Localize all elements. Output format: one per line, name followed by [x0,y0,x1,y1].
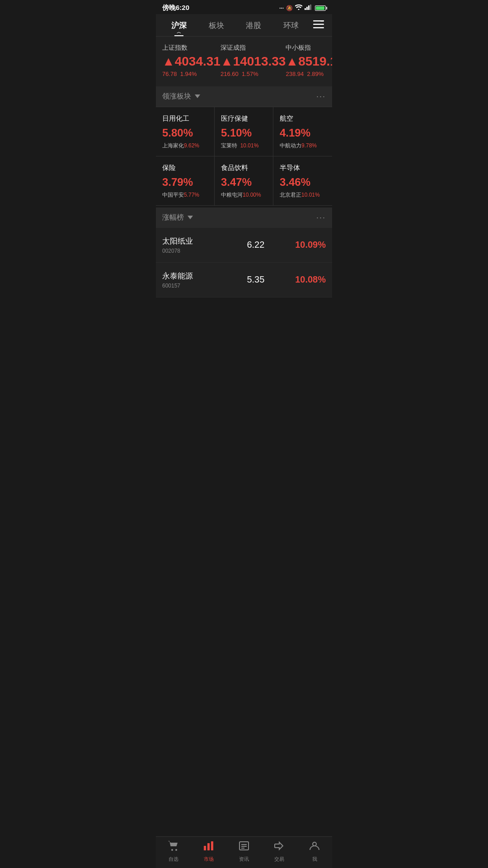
rise-price-col-0: 6.22 [232,240,279,250]
rise-pct-col-0: 10.09% [279,240,326,250]
sector-name-2: 航空 [280,114,326,123]
chevron-down-icon [195,94,200,98]
index-shenzhen-name: 深证成指 [221,44,286,52]
sector-name-1: 医疗保健 [221,114,267,123]
sector-more-icon[interactable]: ··· [316,92,326,101]
rise-pct-1: 10.08% [279,274,326,285]
index-smallcap: 中小板指 ▲8519.19 238.94 2.89% [286,44,332,77]
sector-sub-1: 宝莱特 10.01% [221,142,267,150]
rise-arrow: ▲ [162,54,175,68]
sector-sub-3: 中国平安5.77% [162,191,208,199]
index-smallcap-change: 238.94 2.89% [286,71,332,77]
tab-indicator: ︿ [177,29,181,35]
status-bar: 傍晚6:20 ··· 🔕 [156,0,332,14]
index-shenzhen-value: ▲14013.33 [221,55,286,69]
sector-item-0[interactable]: 日用化工 5.80% 上海家化9.62% [156,107,215,156]
rise-arrow-3: ▲ [286,54,298,68]
index-shenzhen: 深证成指 ▲14013.33 216.60 1.57% [221,44,286,77]
sector-pct-5: 3.46% [280,176,326,189]
rise-section-title: 涨幅榜 [162,213,193,222]
rise-section-header[interactable]: 涨幅榜 ··· [156,208,332,228]
svg-rect-7 [320,20,324,22]
rise-pct-0: 10.09% [279,240,326,250]
rise-price-col-1: 5.35 [232,274,279,285]
rise-price-0: 6.22 [232,240,279,250]
rise-name-col-0: 太阳纸业 002078 [162,236,232,254]
sector-pct-0: 5.80% [162,127,208,139]
sector-name-3: 保险 [162,164,208,172]
rise-stock-code-0: 002078 [162,248,232,254]
rise-chevron-icon [188,216,193,219]
sector-sub-4: 中粮屯河10.00% [221,191,267,199]
sector-pct-3: 3.79% [162,176,208,189]
sector-item-2[interactable]: 航空 4.19% 中航动力9.78% [273,107,332,156]
sector-item-1[interactable]: 医疗保健 5.10% 宝莱特 10.01% [215,107,273,156]
svg-rect-5 [313,24,324,25]
battery-icon [315,5,326,11]
rise-stock-name-0: 太阳纸业 [162,236,232,246]
index-shenzhen-change: 216.60 1.57% [221,71,286,77]
svg-rect-1 [306,7,308,10]
signal-dots-icon: ··· [279,5,284,11]
rise-stock-name-1: 永泰能源 [162,271,232,281]
rise-item-0[interactable]: 太阳纸业 002078 6.22 10.09% [156,228,332,263]
sector-name-4: 食品饮料 [221,164,267,172]
index-smallcap-value: ▲8519.19 [286,55,332,69]
status-time: 傍晚6:20 [162,4,189,12]
svg-rect-0 [305,8,306,10]
sector-section-title: 领涨板块 [162,92,200,101]
tab-global[interactable]: 环球 [272,14,310,36]
sector-sub-5: 北京君正10.01% [280,191,326,199]
index-shanghai-name: 上证指数 [162,44,221,52]
wifi-icon [295,5,302,11]
sector-pct-1: 5.10% [221,127,267,139]
rise-arrow-2: ▲ [221,54,233,68]
rise-item-1[interactable]: 永泰能源 600157 5.35 10.08% [156,263,332,297]
sector-section-header[interactable]: 领涨板块 ··· [156,86,332,107]
rise-pct-col-1: 10.08% [279,274,326,285]
sector-item-3[interactable]: 保险 3.79% 中国平安5.77% [156,156,215,206]
rise-name-col-1: 永泰能源 600157 [162,271,232,289]
svg-rect-3 [310,5,311,10]
sector-name-5: 半导体 [280,164,326,172]
index-shanghai: 上证指数 ▲4034.31 76.78 1.94% [162,44,221,77]
sector-pct-2: 4.19% [280,127,326,139]
signal-bar-icon [305,5,312,11]
rise-list: 太阳纸业 002078 6.22 10.09% 永泰能源 600157 5.35… [156,228,332,297]
sector-sub-0: 上海家化9.62% [162,142,208,150]
index-shanghai-value: ▲4034.31 [162,55,221,69]
mute-icon: 🔕 [286,5,293,11]
tab-shanghai[interactable]: 沪深 ︿ [160,14,198,36]
index-shanghai-change: 76.78 1.94% [162,71,221,77]
sector-sub-2: 中航动力9.78% [280,142,326,150]
tab-sector[interactable]: 板块 [198,14,235,36]
status-icons: ··· 🔕 [279,5,326,11]
index-smallcap-name: 中小板指 [286,44,332,52]
tab-hk[interactable]: 港股 [235,14,272,36]
rise-price-1: 5.35 [232,274,279,285]
svg-rect-6 [313,27,324,28]
rise-stock-code-1: 600157 [162,283,232,289]
rise-more-icon[interactable]: ··· [316,213,326,222]
sector-name-0: 日用化工 [162,114,208,123]
nav-tabs: 沪深 ︿ 板块 港股 环球 [156,14,332,37]
index-section: 上证指数 ▲4034.31 76.78 1.94% 深证成指 ▲14013.33… [156,37,332,86]
svg-rect-2 [308,5,310,10]
menu-icon[interactable] [310,14,328,36]
sector-item-4[interactable]: 食品饮料 3.47% 中粮屯河10.00% [215,156,273,206]
main-content: 上证指数 ▲4034.31 76.78 1.94% 深证成指 ▲14013.33… [156,37,332,327]
sector-pct-4: 3.47% [221,176,267,189]
sector-grid: 日用化工 5.80% 上海家化9.62% 医疗保健 5.10% 宝莱特 10.0… [156,107,332,206]
sector-item-5[interactable]: 半导体 3.46% 北京君正10.01% [273,156,332,206]
